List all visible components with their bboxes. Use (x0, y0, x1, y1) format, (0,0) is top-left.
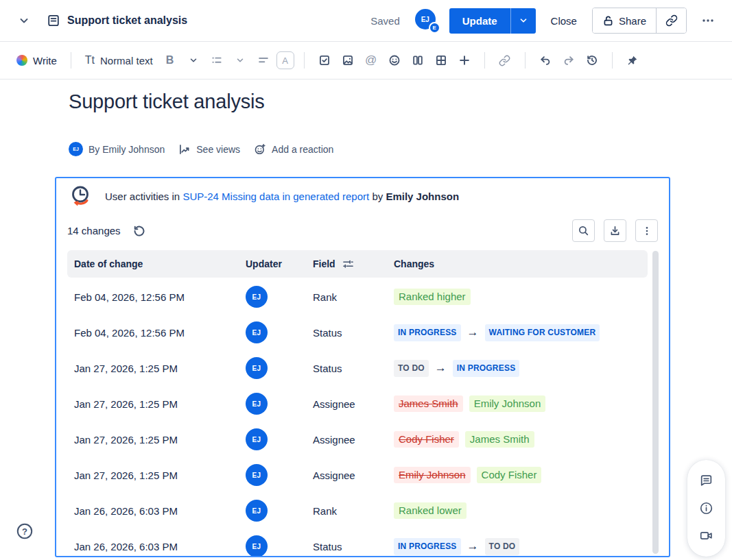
widget-more-button[interactable] (635, 219, 658, 242)
help-button[interactable]: ? (14, 521, 35, 541)
row-field: Assignee (306, 398, 387, 410)
updater-avatar[interactable]: EJ (246, 428, 268, 450)
undo-icon (539, 54, 552, 66)
updater-avatar[interactable]: EJ (246, 393, 268, 415)
row-field: Status (306, 541, 387, 552)
refresh-button[interactable] (129, 221, 150, 241)
insert-more-button[interactable] (454, 50, 475, 71)
alignment-button[interactable] (253, 50, 274, 71)
document-icon (47, 14, 60, 27)
row-changes: Ranked higher (387, 289, 648, 306)
video-camera-icon (699, 528, 713, 543)
update-button[interactable]: Update (449, 8, 510, 34)
text-style-dropdown[interactable]: Tt Normal text (81, 51, 157, 69)
add-reaction-button[interactable]: Add a reaction (254, 143, 333, 156)
version-history-button[interactable] (582, 50, 602, 71)
see-views-label: See views (196, 144, 240, 155)
copy-link-button[interactable] (656, 8, 686, 33)
byline-author[interactable]: EJ By Emily Johnson (69, 142, 165, 156)
search-icon (578, 225, 589, 236)
ai-write-button[interactable]: Write (12, 52, 61, 69)
insert-image-button[interactable] (338, 50, 358, 71)
more-vertical-icon (641, 226, 652, 236)
change-badge: TO DO (394, 360, 429, 377)
text-format-dropdown[interactable] (183, 50, 204, 71)
change-badge: Ranked higher (394, 289, 471, 306)
more-actions-button[interactable] (698, 10, 718, 31)
share-label: Share (619, 15, 646, 27)
issue-link[interactable]: SUP-24 Missing data in generated report (182, 191, 369, 202)
header-updater: Updater (239, 258, 306, 269)
search-button[interactable] (572, 219, 595, 242)
emoji-icon (388, 54, 401, 66)
current-user-avatar[interactable]: EJ E (415, 9, 438, 32)
text-color-button[interactable]: A (276, 51, 294, 69)
row-field: Status (306, 363, 387, 374)
chevron-down-icon (519, 16, 528, 25)
table-scrollbar[interactable] (652, 251, 659, 554)
row-updater: EJ (239, 393, 306, 415)
user-activities-widget[interactable]: User activities in SUP-24 Missing data i… (55, 177, 670, 557)
row-date: Jan 26, 2026, 6:03 PM (67, 505, 239, 517)
bold-icon: B (166, 54, 174, 66)
share-button[interactable]: Share (593, 8, 656, 33)
updater-avatar[interactable]: EJ (246, 321, 268, 343)
arrow-icon: → (467, 326, 479, 339)
text-size-icon: Tt (85, 54, 95, 66)
row-field: Rank (306, 505, 387, 517)
filter-icon[interactable] (342, 258, 354, 270)
row-changes: TO DO→IN PROGRESS (387, 360, 648, 377)
undo-button[interactable] (535, 50, 556, 71)
task-list-button[interactable] (314, 50, 335, 71)
widget-title-author: Emily Johnson (386, 191, 459, 202)
updater-avatar[interactable]: EJ (246, 357, 268, 379)
download-button[interactable] (604, 219, 626, 242)
chevron-down-icon (235, 56, 245, 65)
updater-avatar[interactable]: EJ (246, 286, 268, 308)
list-dropdown[interactable] (230, 50, 250, 71)
change-badge: James Smith (465, 431, 534, 448)
updater-avatar[interactable]: EJ (246, 535, 268, 557)
close-button[interactable]: Close (551, 15, 577, 27)
toolbar-divider (484, 52, 485, 69)
bold-button[interactable]: B (160, 50, 180, 71)
image-icon (342, 54, 354, 66)
change-badge: James Smith (394, 395, 463, 413)
byline: EJ By Emily Johnson See views Add a reac… (69, 142, 333, 156)
mention-button[interactable]: @ (361, 50, 381, 71)
widget-actions (572, 219, 658, 242)
chevron-down-icon (19, 15, 29, 26)
document-title: Support ticket analysis (67, 14, 187, 27)
update-dropdown-button[interactable] (510, 8, 536, 34)
bullet-list-button[interactable] (206, 50, 227, 71)
plus-icon (458, 54, 471, 66)
layouts-button[interactable] (408, 50, 428, 71)
comments-button[interactable] (696, 470, 717, 491)
widget-toolbar: 14 changes (56, 219, 669, 242)
change-badge: IN PROGRESS (394, 538, 461, 555)
link-icon (665, 14, 678, 27)
insert-link-button[interactable] (495, 50, 515, 71)
redo-button[interactable] (558, 50, 579, 71)
see-views-button[interactable]: See views (178, 143, 240, 156)
row-date: Feb 04, 2026, 12:56 PM (67, 327, 239, 339)
collapse-chevron-button[interactable] (14, 10, 34, 31)
bullet-list-icon (211, 54, 223, 66)
byline-author-label: By Emily Johnson (88, 144, 165, 155)
header-field-label: Field (313, 258, 335, 269)
saved-status: Saved (370, 15, 400, 27)
history-icon (586, 54, 598, 66)
unlock-icon (602, 15, 614, 27)
table-row: Jan 27, 2026, 1:25 PMEJAssigneeEmily Joh… (67, 457, 648, 493)
author-avatar: EJ (69, 142, 83, 156)
refresh-icon (132, 224, 146, 238)
info-button[interactable] (696, 498, 717, 518)
pin-toolbar-button[interactable] (622, 50, 643, 71)
change-badge: Emily Johnson (469, 395, 546, 413)
emoji-button[interactable] (384, 50, 405, 71)
video-button[interactable] (696, 526, 717, 546)
updater-avatar[interactable]: EJ (246, 500, 268, 522)
updater-avatar[interactable]: EJ (246, 464, 268, 486)
header-field: Field (306, 258, 387, 270)
insert-table-button[interactable] (431, 50, 451, 71)
